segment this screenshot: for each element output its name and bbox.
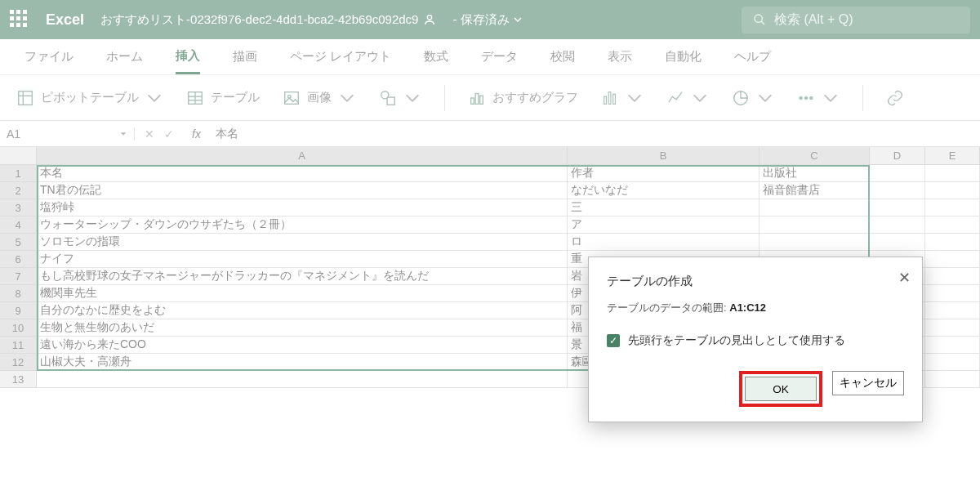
ok-button[interactable]: OK [745,377,817,401]
checkbox-checked-icon[interactable]: ✓ [607,334,620,347]
create-table-dialog: ✕ テーブルの作成 テーブルのデータの範囲: A1:C12 ✓ 先頭行をテーブル… [588,257,923,422]
range-label: テーブルのデータの範囲: [607,301,727,314]
dialog-close-button[interactable]: ✕ [898,269,911,287]
dialog-title: テーブルの作成 [607,274,904,289]
dialog-range: テーブルのデータの範囲: A1:C12 [607,301,904,315]
cancel-button[interactable]: キャンセル [832,371,904,395]
range-value: A1:C12 [729,301,766,314]
ok-button-highlight: OK [739,371,822,407]
checkbox-label: 先頭行をテーブルの見出しとして使用する [628,333,845,348]
dialog-buttons: OK キャンセル [607,371,904,407]
header-row-checkbox-row[interactable]: ✓ 先頭行をテーブルの見出しとして使用する [607,333,904,348]
